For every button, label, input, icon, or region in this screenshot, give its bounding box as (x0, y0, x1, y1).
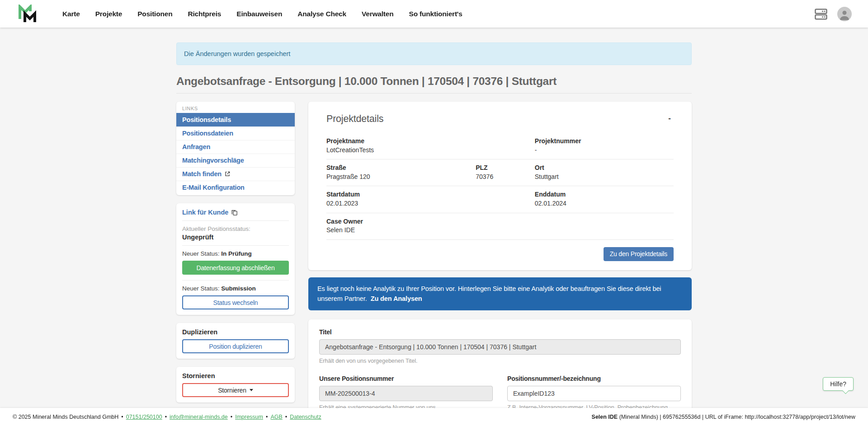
session-user: Selen IDE (592, 414, 618, 420)
title-field-label: Titel (319, 328, 681, 336)
finish-data-entry-button[interactable]: Datenerfassung abschließen (182, 261, 289, 275)
our-number-input (319, 386, 493, 401)
caret-down-icon (250, 389, 253, 391)
page-title: Angebotsanfrage - Entsorgung | 10.000 To… (176, 75, 692, 94)
position-number-label: Positionsnummer/-bezeichnung (507, 375, 681, 382)
project-details-card: Projektdetails - Projektname LotCreation… (308, 102, 692, 270)
our-number-field: Unsere Positionsnummer Erhält eine syste… (319, 375, 493, 411)
footer-agb-link[interactable]: AGB (270, 414, 282, 420)
footer: © 2025 Mineral Minds Deutschland GmbH • … (0, 408, 868, 426)
cancel-dropdown-button[interactable]: Stornieren (182, 383, 289, 397)
saved-alert: Die Änderungen wurden gespeichert (176, 42, 692, 65)
position-number-field: Positionsnummer/-bezeichnung Z.B. Intern… (507, 375, 681, 411)
duplicate-card: Duplizieren Position duplizieren (176, 323, 295, 359)
new-status-prefix: Neuer Status: (182, 285, 220, 292)
customer-link-label: Link für Kunde (182, 209, 228, 216)
nav-item-karte[interactable]: Karte (62, 10, 80, 18)
copyright-text: © 2025 Mineral Minds Deutschland GmbH (13, 414, 118, 420)
field-value: Pragstraße 120 (326, 173, 476, 182)
cancel-card-title: Stornieren (182, 372, 289, 379)
go-to-analyses-link[interactable]: Zu den Analysen (371, 295, 422, 302)
nav-item-einbauweisen[interactable]: Einbauweisen (236, 10, 282, 18)
divider (182, 245, 289, 246)
sidebar-item-match-finden[interactable]: Match finden (176, 167, 295, 181)
footer-datenschutz-link[interactable]: Datenschutz (290, 414, 321, 420)
new-status-prefix: Neuer Status: (182, 250, 220, 257)
field-label: Projektnummer (535, 137, 674, 146)
copy-icon (231, 209, 238, 216)
user-avatar[interactable] (837, 7, 852, 21)
sidebar-item-email-konfiguration[interactable]: E-Mail Konfiguration (176, 181, 295, 194)
session-details: (Mineral Minds) | 69576255536d | URL of … (619, 414, 855, 420)
sidebar-item-label: E-Mail Konfiguration (182, 184, 245, 191)
session-info: Selen IDE (Mineral Minds) | 69576255536d… (592, 414, 855, 420)
current-status-label: Aktueller Positionsstatus: (182, 225, 289, 232)
collapse-toggle[interactable]: - (665, 113, 674, 123)
project-details-title: Projektdetails (326, 113, 383, 125)
footer-separator: • (121, 414, 123, 420)
nav-item-positionen[interactable]: Positionen (137, 10, 172, 18)
footer-impressum-link[interactable]: Impressum (235, 414, 263, 420)
project-row-address: Straße Pragstraße 120 PLZ 70376 Ort Stut… (326, 159, 674, 186)
analytics-banner: Es liegt noch keine Analytik zu Ihrer Po… (308, 277, 692, 310)
sidebar-item-label: Matchingvorschläge (182, 157, 244, 164)
footer-separator: • (165, 414, 167, 420)
field-label: PLZ (476, 164, 535, 173)
sidebar-item-label: Match finden (182, 170, 222, 178)
footer-email-link[interactable]: info@mineral-minds.de (170, 414, 228, 420)
title-input (319, 339, 681, 355)
field-label: Case Owner (326, 217, 535, 226)
server-status-icon[interactable] (814, 7, 828, 21)
external-link-icon (224, 171, 231, 177)
nav-item-analyse-check[interactable]: Analyse Check (297, 10, 346, 18)
top-navbar: Karte Projekte Positionen Richtpreis Ein… (0, 0, 868, 28)
main-nav: Karte Projekte Positionen Richtpreis Ein… (62, 10, 814, 18)
field-label: Startdatum (326, 190, 535, 199)
field-value: - (535, 146, 674, 155)
footer-separator: • (266, 414, 268, 420)
sidebar-item-positionsdetails[interactable]: Positionsdetails (176, 113, 295, 126)
current-status-value: Ungeprüft (182, 234, 289, 241)
sidebar-item-label: Anfragen (182, 143, 210, 150)
switch-status-button[interactable]: Status wechseln (182, 295, 289, 309)
sidebar-item-positionsdateien[interactable]: Positionsdateien (176, 126, 295, 140)
new-status-value: In Prüfung (221, 250, 252, 257)
footer-separator: • (285, 414, 287, 420)
footer-phone-link[interactable]: 07151/250100 (126, 414, 162, 420)
cancel-dropdown-label: Stornieren (218, 387, 246, 394)
help-button[interactable]: Hilfe? (823, 377, 854, 391)
nav-item-richtpreis[interactable]: Richtpreis (188, 10, 221, 18)
new-status-line-2: Neuer Status: Submission (182, 285, 289, 292)
go-to-project-details-button[interactable]: Zu den Projektdetails (604, 247, 674, 261)
field-label: Ort (535, 164, 674, 173)
page-body: Die Änderungen wurden gespeichert Angebo… (0, 28, 868, 426)
project-row-dates: Startdatum 02.01.2023 Enddatum 02.01.202… (326, 186, 674, 213)
status-card: Link für Kunde Aktueller Positionsstatus… (176, 203, 295, 315)
field-label: Enddatum (535, 190, 674, 199)
sidebar-item-label: Positionsdetails (182, 116, 231, 123)
sidebar-item-anfragen[interactable]: Anfragen (176, 140, 295, 154)
duplicate-position-button[interactable]: Position duplizieren (182, 339, 289, 353)
field-value: Selen IDE (326, 226, 535, 235)
mineral-minds-logo[interactable] (18, 5, 37, 23)
field-value: 02.01.2023 (326, 199, 535, 208)
sidebar-item-matchingvorschlaege[interactable]: Matchingvorschläge (176, 154, 295, 167)
our-number-label: Unsere Positionsnummer (319, 375, 493, 382)
project-row-name-number: Projektname LotCreationTests Projektnumm… (326, 133, 674, 159)
field-value: LotCreationTests (326, 146, 535, 155)
links-header: LINKS (176, 102, 295, 113)
field-value: 02.01.2024 (535, 199, 674, 208)
main-content: Projektdetails - Projektname LotCreation… (308, 102, 692, 426)
nav-item-so-funktionierts[interactable]: So funktioniert's (409, 10, 462, 18)
sidebar-item-label: Positionsdateien (182, 130, 233, 137)
nav-item-verwalten[interactable]: Verwalten (362, 10, 394, 18)
duplicate-card-title: Duplizieren (182, 328, 289, 336)
field-label: Straße (326, 164, 476, 173)
nav-item-projekte[interactable]: Projekte (95, 10, 123, 18)
position-number-input[interactable] (507, 386, 681, 401)
field-value: Stuttgart (535, 173, 674, 182)
customer-link[interactable]: Link für Kunde (182, 209, 289, 221)
field-value: 70376 (476, 173, 535, 182)
logo-m-icon (18, 5, 37, 23)
divider (182, 280, 289, 281)
